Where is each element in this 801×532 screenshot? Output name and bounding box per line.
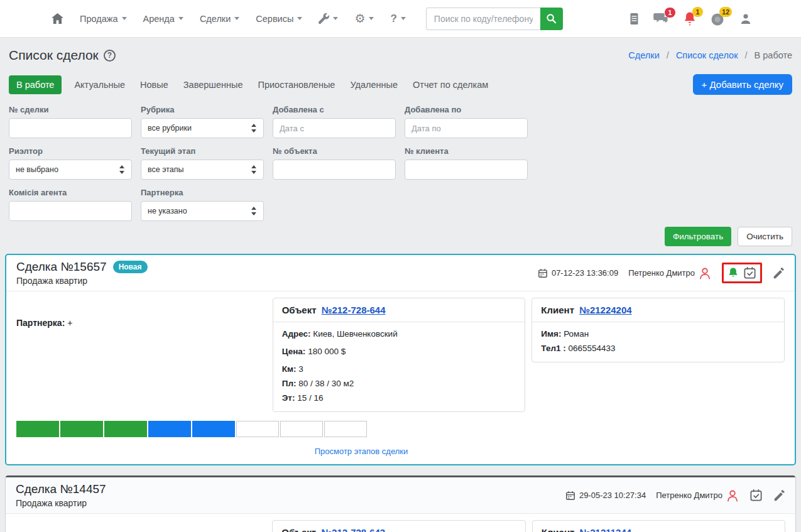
client-panel-header: Клиент №21211344 [533,521,785,532]
date-from-input[interactable] [273,118,396,138]
rubric-select[interactable]: все рубрики [141,118,264,138]
tabs-row: В работе Актуальные Новые Завершенные Пр… [9,74,792,95]
nav-menu-deals[interactable]: Сделки [200,14,239,24]
chevron-down-icon [369,17,374,23]
add-deal-button[interactable]: + Добавить сделку [693,74,792,95]
tab-deleted[interactable]: Удаленные [350,80,398,90]
client-number-link[interactable]: №21211344 [580,527,632,532]
calendar-check-icon[interactable] [743,266,756,280]
ledger-icon[interactable] [629,13,639,25]
object-title: Объект [282,305,317,315]
search-input[interactable] [426,8,540,30]
nav-menu-deals-label: Сделки [200,14,231,24]
coins-icon[interactable]: 12 [711,11,726,26]
nav-menu-sales-label: Продажа [80,14,118,24]
nav-menu-help[interactable]: ? [390,13,405,24]
filter-stage: Текущий этап все этапы [141,146,264,180]
calendar-icon [538,268,548,278]
page-title-text: Список сделок [9,48,99,63]
filter-button[interactable]: Фильтровать [665,227,731,246]
search-button[interactable] [540,8,563,30]
pencil-icon [773,489,785,502]
help-icon: ? [390,13,396,24]
object-floor-row: Эт: 15 / 16 [282,393,516,403]
agent-commission-input[interactable] [9,201,132,221]
deal-agent-name: Петренко Дмитро [628,268,695,278]
tab-report[interactable]: Отчет по сделкам [413,80,488,90]
page-help-icon[interactable]: ? [104,50,116,62]
client-title: Клиент [542,527,575,532]
stages-progress [6,412,795,437]
clear-button[interactable]: Очистить [738,227,792,246]
stages-bar [16,421,785,437]
nav-menu-settings[interactable]: ⚙ [354,13,374,24]
calendar-check-button[interactable] [749,489,763,502]
tab-actual[interactable]: Актуальные [74,80,125,90]
nav-menu-rent[interactable]: Аренда [143,14,183,24]
partner-line: Партнерка: + [16,318,266,328]
chevron-down-icon [122,17,127,23]
edit-deal-button[interactable] [773,489,785,502]
tab-in-progress[interactable]: В работе [9,75,62,94]
client-panel-header: Клиент №21224204 [532,298,784,322]
bell-icon[interactable]: 1 [683,11,697,26]
stage-select-value: все этапы [148,165,184,174]
deal-date-block: 29-05-23 10:27:34 [565,491,646,501]
object-number-input[interactable] [273,160,396,180]
tab-paused[interactable]: Приостановленые [258,80,335,90]
breadcrumb-current: В работе [755,50,792,60]
object-panel-body: Адрес: Киев, Шевченковский Цена: 180 000… [273,322,525,411]
breadcrumb-separator: / [667,50,669,60]
chevron-down-icon [234,17,239,23]
deal-agent-block[interactable]: Петренко Дмитро [628,266,712,280]
chevron-down-icon [333,17,338,23]
chat-icon[interactable]: 1 [653,12,669,26]
deal-agent-name: Петренко Дмитро [656,491,722,500]
client-number-link[interactable]: №21224204 [579,305,631,315]
nav-menu-services[interactable]: Сервисы [256,14,302,24]
rubric-select-value: все рубрики [148,124,192,133]
chat-badge: 1 [665,8,675,18]
nav-menu-tools[interactable] [319,13,338,24]
partner-select[interactable]: не указано [141,201,264,221]
deal-card-body: Партнерка: + Объект №212-728-644 Адрес: … [6,291,795,412]
partner-select-value: не указано [148,207,187,215]
edit-deal-button[interactable] [772,267,785,280]
breadcrumb-deal-list[interactable]: Список сделок [676,50,738,60]
page-header: Список сделок ? Сделки / Список сделок /… [5,38,796,69]
date-to-input[interactable] [405,118,528,138]
deal-category: Продажа квартир [16,276,148,286]
object-title: Объект [281,527,316,532]
nav-menu-sales[interactable]: Продажа [80,14,127,24]
client-phone-row: Тел1 : 0665554433 [541,344,775,354]
deal-card-header: Сделка №14457 Продажа квартир 29-05-23 1… [6,477,795,514]
filter-client-number-label: № клиента [405,146,528,156]
filter-realtor: Риэлтор не выбрано [9,146,132,180]
tab-new[interactable]: Новые [140,80,168,90]
gear-icon: ⚙ [354,13,365,24]
filter-added-from: Добавлена с [273,105,396,138]
object-number-link[interactable]: №212-728-644 [322,305,386,315]
notification-bell-icon[interactable] [727,267,739,280]
deal-agent-block[interactable]: Петренко Дмитро [656,489,739,502]
stage-segment-green [16,421,59,437]
deal-title: Сделка №14457 [16,482,106,496]
realtor-select[interactable]: не выбрано [9,160,132,180]
object-panel-header: Объект №212-728-643 [273,521,525,532]
object-number-link[interactable]: №212-728-643 [321,527,385,532]
home-icon[interactable] [52,13,63,24]
breadcrumb-deals[interactable]: Сделки [628,50,659,60]
stage-select[interactable]: все этапы [141,160,264,180]
deal-category: Продажа квартир [16,498,106,508]
view-stages-link[interactable]: Просмотр этапов сделки [315,447,408,456]
tab-completed[interactable]: Завершенные [183,80,243,90]
stage-segment-empty [280,421,323,437]
user-icon[interactable] [739,13,752,25]
object-rooms-row: Км: 3 [282,364,516,374]
client-number-input[interactable] [405,160,528,180]
filter-realtor-label: Риэлтор [9,146,132,156]
deal-number-input[interactable] [9,118,132,138]
filter-stage-label: Текущий этап [141,146,264,156]
page-title: Список сделок ? [9,48,116,63]
deal-header-right: 29-05-23 10:27:34 Петренко Дмитро [565,489,785,502]
